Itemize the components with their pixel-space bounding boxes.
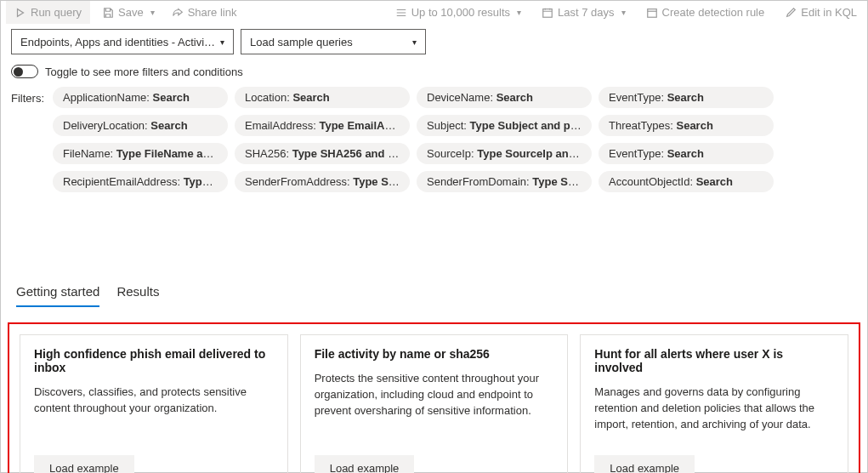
create-detection-rule-button[interactable]: Create detection rule [641, 3, 770, 22]
card-description: Protects the sensitive content throughou… [315, 371, 554, 433]
play-icon [14, 7, 26, 19]
filter-chip[interactable]: SenderFromAddress: Type Send... [235, 171, 410, 192]
top-toolbar: Run query Save ▾ Share link Up to 10,000… [1, 1, 867, 24]
sample-card: Hunt for all alerts where user X is invo… [580, 334, 848, 473]
filter-chip-key: SHA256: [245, 147, 292, 160]
filter-chip-value: Search [496, 91, 533, 104]
share-link-label: Share link [188, 6, 237, 19]
filters-toggle-label: Toggle to see more filters and condition… [45, 66, 243, 78]
filter-chip-key: EventType: [609, 147, 667, 160]
filter-chip-value: Search [150, 119, 187, 132]
filter-chip-key: ApplicationName: [63, 91, 153, 104]
tab-getting-started[interactable]: Getting started [16, 277, 99, 307]
scope-select-label: Endpoints, Apps and identities - Activit… [20, 36, 218, 48]
tabs-row: Getting started Results [1, 277, 867, 307]
calendar-icon [542, 7, 553, 19]
filter-chip-value: Search [292, 91, 329, 104]
filter-chip-key: FileName: [63, 147, 116, 160]
sample-card: File activity by name or sha256Protects … [300, 334, 569, 473]
pencil-icon [785, 7, 797, 19]
filter-chip-value: Type EmailAddres... [319, 119, 410, 132]
card-description: Discovers, classifies, and protects sens… [34, 385, 274, 433]
filter-chip[interactable]: ApplicationName: Search [53, 87, 228, 108]
time-range-button[interactable]: Last 7 days ▾ [536, 3, 631, 22]
filter-chip-value: Type Sende... [532, 175, 592, 188]
filters-block: Filters: ApplicationName: SearchLocation… [1, 83, 867, 202]
time-range-label: Last 7 days [558, 6, 615, 19]
filter-grid: ApplicationName: SearchLocation: SearchD… [53, 87, 774, 192]
filter-chip-value: Search [667, 91, 704, 104]
filter-chip-value: Type FileName and pr... [116, 147, 228, 160]
filter-chip-key: AccountObjectId: [609, 175, 696, 188]
sample-queries-label: Load sample queries [250, 36, 410, 48]
toolbar-right: Up to 10,000 results ▾ Last 7 days ▾ Cre… [390, 3, 862, 22]
chevron-down-icon: ▾ [218, 37, 224, 47]
scope-select[interactable]: Endpoints, Apps and identities - Activit… [11, 29, 234, 54]
sample-cards-region: High confidence phish email delivered to… [8, 322, 860, 473]
filter-chip[interactable]: EventType: Search [599, 143, 774, 164]
run-query-button[interactable]: Run query [6, 1, 90, 24]
calendar-icon [646, 7, 658, 19]
filters-label: Filters: [11, 87, 44, 192]
filter-chip[interactable]: EventType: Search [599, 87, 774, 108]
save-button[interactable]: Save ▾ [97, 3, 160, 22]
filter-chip-key: ThreatTypes: [609, 119, 676, 132]
load-example-button[interactable]: Load example [594, 455, 695, 473]
filter-chip-value: Search [676, 119, 712, 132]
filter-chip[interactable]: EmailAddress: Type EmailAddres... [235, 115, 410, 136]
list-icon [395, 7, 407, 19]
filter-chip-value: Search [153, 91, 190, 104]
edit-in-kql-button[interactable]: Edit in KQL [780, 3, 862, 22]
filter-chip[interactable]: SHA256: Type SHA256 and pres... [235, 143, 410, 164]
filter-chip-key: EventType: [609, 91, 667, 104]
filter-chip-key: RecipientEmailAddress: [63, 175, 184, 188]
filter-chip[interactable]: SourceIp: Type SourceIp and pre... [417, 143, 592, 164]
share-link-button[interactable]: Share link [167, 3, 242, 22]
chevron-down-icon: ▾ [514, 8, 521, 17]
card-description: Manages and governs data by configuring … [594, 385, 834, 433]
filter-chip-key: DeviceName: [427, 91, 496, 104]
filter-chip[interactable]: ThreatTypes: Search [599, 115, 774, 136]
card-title: File activity by name or sha256 [315, 347, 554, 361]
filters-toggle-row: Toggle to see more filters and condition… [1, 60, 867, 83]
sample-card: High confidence phish email delivered to… [20, 334, 288, 473]
card-title: Hunt for all alerts where user X is invo… [594, 347, 834, 374]
filter-chip[interactable]: Subject: Type Subject and press ... [417, 115, 592, 136]
scope-row: Endpoints, Apps and identities - Activit… [1, 24, 867, 60]
results-limit-button[interactable]: Up to 10,000 results ▾ [390, 3, 526, 22]
filter-chip[interactable]: AccountObjectId: Search [599, 171, 774, 192]
tab-results[interactable]: Results [116, 277, 159, 307]
save-label: Save [118, 6, 144, 19]
create-rule-label: Create detection rule [662, 6, 765, 19]
filter-chip-key: Subject: [427, 119, 470, 132]
filter-chip-value: Type SHA256 and pres... [292, 147, 410, 160]
filter-chip-value: Type Send... [353, 175, 410, 188]
edit-kql-label: Edit in KQL [801, 6, 857, 19]
filter-chip-key: Location: [245, 91, 292, 104]
filter-chip-value: Type SourceIp and pre... [477, 147, 592, 160]
filter-chip[interactable]: DeliveryLocation: Search [53, 115, 228, 136]
sample-queries-select[interactable]: Load sample queries ▾ [241, 29, 426, 54]
filter-chip-key: SenderFromAddress: [245, 175, 353, 188]
load-example-button[interactable]: Load example [315, 455, 415, 473]
filters-toggle[interactable] [11, 65, 38, 78]
run-query-label: Run query [31, 6, 82, 19]
filter-chip-value: Type Subject and press ... [470, 119, 592, 132]
filter-chip[interactable]: Location: Search [235, 87, 410, 108]
save-icon [102, 7, 114, 19]
filter-chip-value: Search [696, 175, 733, 188]
chevron-down-icon: ▾ [410, 37, 417, 47]
filter-chip[interactable]: RecipientEmailAddress: Type Rec... [53, 171, 228, 192]
svg-rect-1 [647, 9, 656, 17]
filter-chip-value: Search [667, 147, 704, 160]
filter-chip-key: EmailAddress: [245, 119, 319, 132]
load-example-button[interactable]: Load example [34, 455, 134, 473]
share-icon [172, 7, 184, 19]
results-limit-label: Up to 10,000 results [411, 6, 510, 19]
filter-chip-value: Type Rec... [184, 175, 228, 188]
filter-chip-key: DeliveryLocation: [63, 119, 150, 132]
filter-chip[interactable]: FileName: Type FileName and pr... [53, 143, 228, 164]
filter-chip[interactable]: DeviceName: Search [417, 87, 592, 108]
filter-chip[interactable]: SenderFromDomain: Type Sende... [417, 171, 592, 192]
svg-rect-0 [543, 9, 553, 17]
